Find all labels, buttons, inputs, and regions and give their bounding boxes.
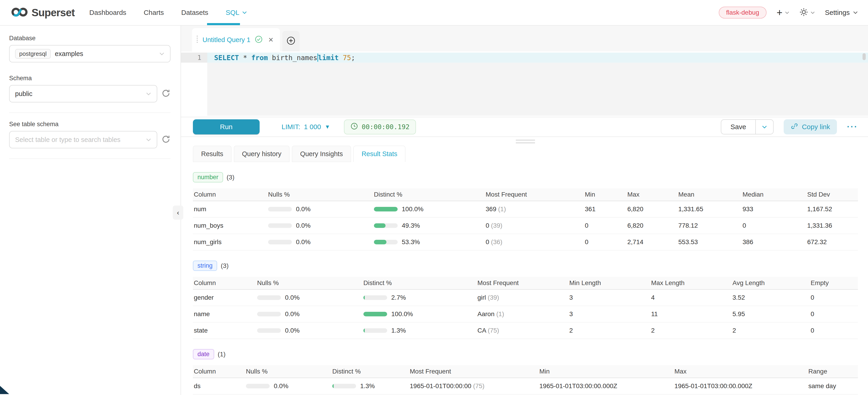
most-frequent-cell: Aaron (1) [477,310,569,318]
stat-value: 386 [743,238,807,246]
schema-select[interactable]: public [9,85,157,102]
column-header: Column [193,191,268,198]
type-badge-date: date [193,349,214,359]
sql-keyword: SELECT [214,54,239,62]
stat-value: 0 [811,294,858,301]
distinct-percent-cell: 100.0% [374,206,486,213]
stats-section-number: number (3) ColumnNulls %Distinct %Most F… [193,172,858,250]
column-header: Distinct % [332,368,410,375]
stat-value: 1965-01-01T03:00:00.000Z [675,383,808,390]
run-button[interactable]: Run [193,119,259,134]
stats-section-date: date (1) ColumnNulls %Distinct %Most Fre… [193,349,858,395]
stats-table-row: ds0.0%1.3%1965-01-01T00:00:00 (75)1965-0… [193,378,858,395]
nav-item-dashboards[interactable]: Dashboards [89,0,126,25]
most-frequent-cell: CA (75) [477,327,569,334]
column-name: name [193,310,257,318]
percent-bar [374,240,398,244]
close-tab-icon[interactable]: ✕ [268,36,274,44]
chevron-down-icon [146,138,151,142]
line-number: 1 [181,53,207,63]
stat-value: 3 [569,310,651,318]
stat-value: 6,820 [627,206,678,213]
settings-menu[interactable]: Settings [825,9,858,17]
tab-result-stats[interactable]: Result Stats [353,146,405,162]
table-select[interactable]: Select table or type to search tables [9,131,157,148]
column-header: Distinct % [374,191,486,198]
more-actions-button[interactable]: ··· [847,122,858,132]
stat-value: 1,331.65 [678,206,743,213]
stat-value: 4 [651,294,733,301]
most-frequent-cell: 1965-01-01T00:00:00 (75) [410,383,539,390]
stat-value: 933 [743,206,807,213]
editor-scrollbar[interactable] [863,53,866,60]
chevron-down-icon [242,11,247,14]
save-button[interactable]: Save [721,120,755,134]
stat-value: 1965-01-01T03:00:00.000Z [539,383,675,390]
tab-query-history[interactable]: Query history [234,146,289,162]
sidebar-divider [9,113,170,113]
active-nav-indicator [207,23,240,25]
percent-bar [246,384,270,388]
column-header: Most Frequent [410,368,539,375]
query-tab[interactable]: Untitled Query 1 ✕ [192,28,280,52]
column-header: Mean [678,191,743,198]
distinct-percent-cell: 100.0% [363,310,477,318]
nav-item-datasets[interactable]: Datasets [181,0,208,25]
results-panel: Results Query history Query Insights Res… [181,137,868,395]
nulls-percent-cell: 0.0% [268,222,374,229]
nav-item-charts[interactable]: Charts [144,0,164,25]
nulls-percent-cell: 0.0% [246,383,332,390]
pane-resize-handle[interactable] [516,140,535,143]
distinct-percent-cell: 53.3% [374,238,486,246]
percent-bar [257,328,281,333]
nulls-percent-cell: 0.0% [257,294,363,301]
theme-toggle[interactable] [800,8,815,18]
stat-value: 2 [569,327,651,334]
main-nav: Dashboards Charts Datasets SQL [89,0,247,25]
column-count: (3) [221,262,228,270]
copy-link-button[interactable]: Copy link [784,119,837,134]
new-item-button[interactable]: + [777,7,789,18]
type-badge-string: string [193,261,217,271]
sqllab-main-panel: Untitled Query 1 ✕ [181,26,868,395]
stat-value: same day [808,383,858,390]
timer-value: 00:00:00.192 [362,123,410,131]
collapse-sidebar-button[interactable]: ‹ [173,206,183,220]
query-timer: 00:00:00.192 [344,120,416,134]
column-name: num [193,206,268,213]
column-header: Min [539,368,675,375]
column-name: num_boys [193,222,268,229]
tab-query-insights[interactable]: Query Insights [292,146,351,162]
stat-value: 672.32 [807,238,858,246]
new-query-tab-button[interactable] [282,31,300,52]
nav-item-sql[interactable]: SQL [225,0,247,25]
database-select[interactable]: postgresql examples [9,45,170,62]
drag-handle-icon[interactable] [196,35,198,45]
column-name: ds [193,383,246,390]
type-badge-number: number [193,172,223,182]
code-line-1: 1 SELECT * from birth_nameslimit 75; [181,53,868,63]
percent-bar [332,384,356,388]
column-header: Max [675,368,808,375]
column-header: Avg Length [733,279,811,287]
chevron-down-icon [810,11,815,14]
tab-results[interactable]: Results [193,146,231,162]
chevron-down-icon [159,52,164,56]
stat-value: 5.95 [733,310,811,318]
column-name: num_girls [193,238,268,246]
refresh-tables-icon[interactable] [161,134,170,145]
query-tabbar: Untitled Query 1 ✕ [181,26,868,52]
stat-value: 1,331.36 [807,222,858,229]
editor-empty-area[interactable] [181,63,868,116]
refresh-schema-icon[interactable] [161,89,170,99]
distinct-percent-cell: 2.7% [363,294,477,301]
mouse-cursor [0,386,9,395]
superset-logo[interactable]: Superset [11,6,75,19]
limit-dropdown[interactable]: LIMIT: 1 000 ▼ [282,123,330,131]
stats-table-row: name0.0%100.0%Aaron (1)3115.950 [193,306,858,323]
percent-bar [363,328,387,333]
save-options-caret[interactable] [755,120,773,134]
nulls-percent-cell: 0.0% [268,238,374,246]
column-header: Min Length [569,279,651,287]
sql-editor[interactable]: 1 SELECT * from birth_nameslimit 75; [181,52,868,117]
